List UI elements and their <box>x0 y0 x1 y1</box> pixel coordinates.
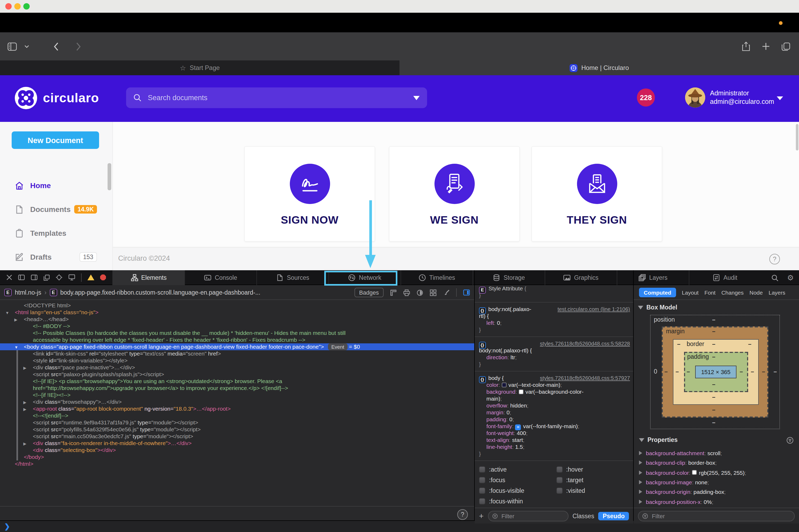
css-property[interactable]: font-weight: 400; <box>475 430 633 437</box>
disclosure-closed-icon[interactable]: ▶ <box>23 364 26 372</box>
dom-node[interactable]: ▶<div class="pace pace-inactive">…</div> <box>0 364 474 371</box>
inspector-tab-graphics[interactable]: Graphics <box>545 270 617 285</box>
dom-node[interactable]: <!--[if !IE]><!--> <box>0 392 474 398</box>
sidebar-item-home[interactable]: Home <box>0 178 113 193</box>
search-input[interactable] <box>147 93 408 102</box>
back-icon[interactable] <box>54 42 59 51</box>
dom-node[interactable]: <div class="selecting-box"></div> <box>0 447 474 454</box>
checkbox-icon[interactable] <box>479 477 485 483</box>
grid-overlay-icon[interactable] <box>430 289 437 296</box>
box-model-value[interactable]: – <box>712 328 715 334</box>
dock-right-icon[interactable] <box>31 274 38 280</box>
checkbox-icon[interactable] <box>556 466 563 473</box>
checkbox-icon[interactable] <box>479 488 485 494</box>
details-tab-node[interactable]: Node <box>749 289 763 296</box>
dom-node[interactable]: </html> <box>0 460 474 467</box>
inspector-search-icon[interactable] <box>772 274 779 281</box>
dom-node[interactable]: <script src="main.cc509ac3e0edcfc7.js" t… <box>0 433 474 440</box>
box-model-value[interactable]: – <box>712 381 715 387</box>
inspector-settings-icon[interactable]: ⚙ <box>787 273 794 282</box>
computed-property[interactable]: background-attachment: scroll; <box>634 448 799 458</box>
sidebar-toggle-icon[interactable] <box>7 42 17 51</box>
sidebar-item-drafts[interactable]: Drafts153 <box>0 250 113 264</box>
details-tab-computed[interactable]: Computed <box>639 287 676 297</box>
color-swatch[interactable] <box>518 390 523 394</box>
box-model-value[interactable]: – <box>712 316 715 323</box>
css-property[interactable]: font-family: =var(--font-family-main); <box>475 423 633 430</box>
dom-node[interactable]: ▶<div class="browsehappy">…</div> <box>0 398 474 405</box>
dom-node[interactable]: <!--[if IE]> <p class="browsehappy">You … <box>0 378 474 385</box>
pseudo-toggle-active[interactable]: :active <box>479 466 556 473</box>
computed-property[interactable]: background-color: rgb(255, 255, 255); <box>634 468 799 477</box>
dom-node[interactable]: <!-- Possible Classes (to hardcode the c… <box>0 329 474 337</box>
box-model-value[interactable]: – <box>712 341 715 347</box>
css-property[interactable]: padding: 0; <box>475 416 633 423</box>
computed-filter-input[interactable] <box>651 512 791 519</box>
pseudo-button[interactable]: Pseudo <box>598 512 629 520</box>
dom-node[interactable]: <script src="palaxo-plugin/splash/splash… <box>0 371 474 378</box>
css-property[interactable]: text-align: start; <box>475 437 633 443</box>
box-model-value[interactable]: – <box>748 341 751 347</box>
breadcrumb-item[interactable]: html.no-js <box>15 289 41 296</box>
computed-property[interactable]: background-image: none; <box>634 477 799 487</box>
color-swatch[interactable] <box>692 470 697 475</box>
disclosure-closed-icon[interactable]: ▶ <box>14 316 18 323</box>
css-source-link[interactable]: test.circularo.com (line 1:2106) <box>558 306 630 312</box>
sidebar-scrollbar[interactable] <box>108 163 111 190</box>
css-property[interactable]: margin: 0; <box>475 409 633 416</box>
inspector-tab-console[interactable]: Console <box>184 270 256 285</box>
details-sidebar-toggle-icon[interactable] <box>463 289 470 296</box>
computed-property[interactable]: background-origin: padding-box; <box>634 487 799 497</box>
dom-node[interactable]: ▼<html lang="en-us" class="no-js"> <box>0 309 474 316</box>
styles-filter[interactable] <box>488 511 569 521</box>
breadcrumb-item[interactable]: body.app-page.fixed-ribbon.custom-scroll… <box>60 289 260 296</box>
traffic-light-minimize[interactable] <box>14 3 21 10</box>
collapse-icon[interactable] <box>639 438 644 442</box>
pseudo-toggle-focus-within[interactable]: :focus-within <box>479 498 556 505</box>
css-property[interactable]: line-height: 1.5; <box>475 443 633 450</box>
element-picker-icon[interactable] <box>56 274 62 281</box>
box-model-value[interactable]: – <box>762 368 765 375</box>
appearance-toggle-icon[interactable] <box>416 289 423 296</box>
event-badge[interactable]: Event <box>328 343 347 350</box>
new-tab-icon[interactable] <box>762 42 770 50</box>
details-tab-layers[interactable]: Layers <box>768 289 785 296</box>
checkbox-icon[interactable] <box>479 466 485 473</box>
box-model-value[interactable]: – <box>751 368 754 375</box>
notification-badge[interactable]: 228 <box>637 89 655 107</box>
inspector-tab-layers[interactable]: Layers <box>617 270 689 285</box>
user-menu-caret-icon[interactable] <box>777 96 783 100</box>
classes-button[interactable]: Classes <box>572 513 594 519</box>
card-sign-now[interactable]: SIGN NOW <box>244 146 375 242</box>
checkbox-icon[interactable] <box>556 488 563 494</box>
close-icon[interactable] <box>6 274 12 280</box>
device-icon[interactable] <box>68 274 75 281</box>
inspector-tab-storage[interactable]: Storage <box>473 270 545 285</box>
traffic-light-zoom[interactable] <box>23 3 30 10</box>
details-tab-changes[interactable]: Changes <box>721 289 744 296</box>
color-swatch[interactable] <box>501 383 506 387</box>
dom-node[interactable]: <style id="link-skin-variables"></style> <box>0 357 474 364</box>
box-model-value[interactable]: – <box>740 368 743 375</box>
inspector-help-button[interactable]: ? <box>457 509 468 520</box>
dom-node[interactable]: accessable by hovering over left edge * … <box>0 337 474 343</box>
dom-node-selected[interactable]: ▼<body class="app-page fixed-ribbon cust… <box>0 343 474 350</box>
details-tab-font[interactable]: Font <box>704 289 716 296</box>
help-button[interactable]: ? <box>769 254 780 264</box>
sidebar-item-templates[interactable]: Templates <box>0 226 113 241</box>
dom-node[interactable]: <script src="runtime.9ef9a4317af1fa79.js… <box>0 419 474 426</box>
dom-node[interactable]: ▶<app-root class="app-root block-compone… <box>0 405 474 412</box>
box-model-content[interactable]: 1512 × 365 <box>695 366 737 378</box>
dom-node[interactable]: <link id="link-skin-css" rel="stylesheet… <box>0 350 474 357</box>
styles-panel[interactable]: EStyle Attribute { } {}body:not(.palaxo-… <box>475 285 633 508</box>
box-model-value[interactable]: – <box>677 341 680 347</box>
css-property[interactable]: overflow: hidden; <box>475 402 633 409</box>
disclosure-closed-icon[interactable]: ▶ <box>23 406 26 413</box>
tab-start-page[interactable]: ☆ Start Page <box>0 60 400 75</box>
dom-node[interactable]: <script src="polyfills.54a6329f54ec0e56.… <box>0 426 474 433</box>
inspector-tab-audit[interactable]: Audit <box>689 270 761 285</box>
dom-node[interactable]: <!-- #BODY --> <box>0 323 474 329</box>
dom-node[interactable]: ▶<div class="fa-icon-renderer in-the-mid… <box>0 440 474 447</box>
computed-filter[interactable] <box>638 511 795 521</box>
dom-node[interactable]: </body> <box>0 454 474 460</box>
